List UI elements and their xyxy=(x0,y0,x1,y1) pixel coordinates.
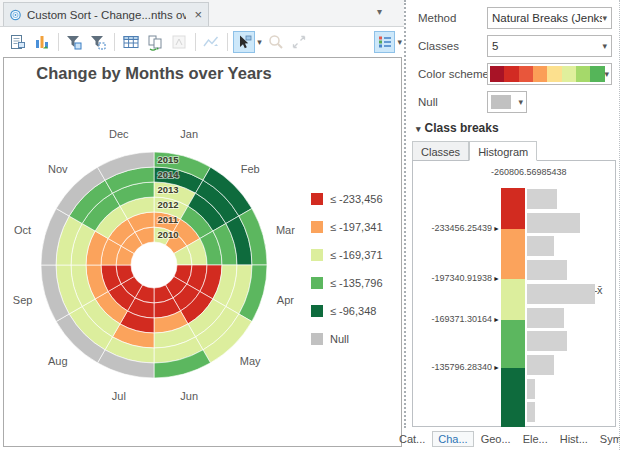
close-icon[interactable]: × xyxy=(194,7,202,22)
chart-canvas[interactable]: Change by Months over Years JanFebMarApr… xyxy=(3,57,402,447)
legend-label: ≤ -233,456 xyxy=(330,193,383,205)
view-tab-title: Custom Sort - Change...nths over Years xyxy=(27,9,186,21)
pane-tab-hist[interactable]: Hist... xyxy=(555,432,593,446)
month-label-Oct: Oct xyxy=(14,224,31,236)
legend-label: ≤ -169,371 xyxy=(330,249,383,261)
break-value-label: -169371.30164 xyxy=(414,314,492,324)
month-label-Dec: Dec xyxy=(109,128,129,140)
histogram-bar xyxy=(527,260,567,280)
year-label-2010: 2010 xyxy=(158,229,179,240)
month-label-Feb: Feb xyxy=(241,163,260,175)
custom-sort-chart-icon xyxy=(10,8,21,22)
histogram-panel: -260806.56985438 ‒x̄ -233456.25439►-1973… xyxy=(412,160,616,427)
histogram-bar xyxy=(527,331,567,351)
legend-item: ≤ -169,371 xyxy=(311,241,383,269)
break-value-label: -233456.25439 xyxy=(414,223,492,233)
month-label-May: May xyxy=(240,355,261,367)
toolbar-separator xyxy=(114,33,115,51)
color-scheme-label: Color scheme xyxy=(418,63,489,85)
chart-properties-pane: Method Natural Breaks (Jenks) ▾ Classes … xyxy=(410,0,620,450)
class-breaks-tab-histogram[interactable]: Histogram xyxy=(469,141,537,161)
histogram-bar xyxy=(527,236,554,256)
legend-label: ≤ -135,796 xyxy=(330,277,383,289)
year-label-2012: 2012 xyxy=(158,199,179,210)
month-label-Jan: Jan xyxy=(180,128,198,140)
arcgis-chart-window: Custom Sort - Change...nths over Years ×… xyxy=(0,0,620,450)
chart-legend: ≤ -233,456≤ -197,341≤ -169,371≤ -135,796… xyxy=(311,185,383,353)
chevron-down-icon: ▾ xyxy=(518,97,523,107)
filter-by-extent-icon[interactable] xyxy=(87,31,109,53)
full-extent-icon xyxy=(288,31,310,53)
histogram-bar xyxy=(527,308,564,328)
collapse-chevron-icon: ▾ xyxy=(416,124,421,134)
year-label-2014: 2014 xyxy=(158,169,180,180)
trend-line-icon xyxy=(201,31,223,53)
toolbar-separator xyxy=(58,33,59,51)
chart-view-tab[interactable]: Custom Sort - Change...nths over Years × xyxy=(3,2,209,26)
classes-value: 5 xyxy=(492,40,498,52)
pane-tab-cha[interactable]: Cha... xyxy=(432,431,473,447)
legend-list-icon[interactable] xyxy=(374,31,396,53)
legend-label: Null xyxy=(330,333,349,345)
refresh-icon[interactable] xyxy=(144,31,166,53)
class-color-ramp xyxy=(501,188,525,427)
month-label-Jul: Jul xyxy=(112,390,126,402)
pane-tab-cat[interactable]: Cat... xyxy=(394,432,430,446)
pane-tab-strip: Cat...Cha...Geo...Ele...Hist...Sym... xyxy=(394,429,620,449)
chevron-down-icon: ▾ xyxy=(602,41,607,51)
null-color-swatch xyxy=(491,95,511,109)
legend-swatch xyxy=(311,249,323,261)
break-value-label: -197340.91938 xyxy=(414,273,492,283)
break-handle-icon[interactable]: ► xyxy=(493,275,500,282)
histogram-bar xyxy=(527,379,535,399)
pane-tab-sym[interactable]: Sym... xyxy=(595,432,620,446)
year-label-2011: 2011 xyxy=(158,214,179,225)
method-dropdown[interactable]: Natural Breaks (Jenks) ▾ xyxy=(487,7,612,29)
chevron-down-icon: ▾ xyxy=(602,13,607,23)
histogram-bar xyxy=(527,213,580,233)
chart-properties-icon[interactable] xyxy=(7,31,29,53)
class-breaks-tab-classes[interactable]: Classes xyxy=(412,141,469,161)
year-label-2015: 2015 xyxy=(158,154,180,165)
ramp-segment xyxy=(501,229,525,279)
legend-label: ≤ -96,348 xyxy=(330,305,376,317)
class-breaks-header[interactable]: ▾Class breaks xyxy=(416,121,499,135)
table-icon[interactable] xyxy=(120,31,142,53)
class-breaks-tabs: ClassesHistogram xyxy=(412,141,537,161)
break-handle-icon[interactable]: ► xyxy=(493,225,500,232)
legend-swatch xyxy=(311,193,323,205)
legend-swatch xyxy=(311,333,323,345)
month-label-Nov: Nov xyxy=(48,163,68,175)
null-label: Null xyxy=(418,91,438,113)
histogram-bar xyxy=(527,284,595,304)
month-label-Mar: Mar xyxy=(276,224,295,236)
tab-overflow-caret-icon[interactable]: ▾ xyxy=(377,6,382,17)
pane-tab-geo[interactable]: Geo... xyxy=(476,432,516,446)
break-handle-icon[interactable]: ► xyxy=(493,364,500,371)
month-label-Apr: Apr xyxy=(277,294,294,306)
view-tab-bar: Custom Sort - Change...nths over Years ×… xyxy=(0,0,404,27)
break-handle-icon[interactable]: ► xyxy=(493,316,500,323)
pointer-tool-caret-icon[interactable]: ▾ xyxy=(257,37,262,47)
chart-type-icon[interactable] xyxy=(31,31,53,53)
pane-tab-ele[interactable]: Ele... xyxy=(518,432,553,446)
year-label-2013: 2013 xyxy=(158,184,179,195)
histogram-bar xyxy=(527,402,535,422)
method-label: Method xyxy=(418,7,456,29)
classes-dropdown[interactable]: 5 ▾ xyxy=(487,35,612,57)
color-scheme-dropdown[interactable]: ▾ xyxy=(487,63,612,85)
histogram-upper-bound: -260806.56985438 xyxy=(491,167,567,177)
pointer-tool-icon[interactable] xyxy=(233,31,255,53)
histogram-bar xyxy=(527,189,557,209)
filter-by-selection-icon[interactable] xyxy=(64,31,86,53)
break-value-label: -135796.28340 xyxy=(414,362,492,372)
pane-divider[interactable] xyxy=(404,0,406,428)
chevron-down-icon: ▾ xyxy=(604,69,609,79)
null-dropdown[interactable]: ▾ xyxy=(487,91,527,113)
month-label-Jun: Jun xyxy=(180,390,198,402)
legend-swatch xyxy=(311,221,323,233)
legend-list-caret-icon[interactable]: ▾ xyxy=(397,37,402,47)
month-label-Sep: Sep xyxy=(13,294,33,306)
legend-item: ≤ -233,456 xyxy=(311,185,383,213)
legend-swatch xyxy=(311,277,323,289)
